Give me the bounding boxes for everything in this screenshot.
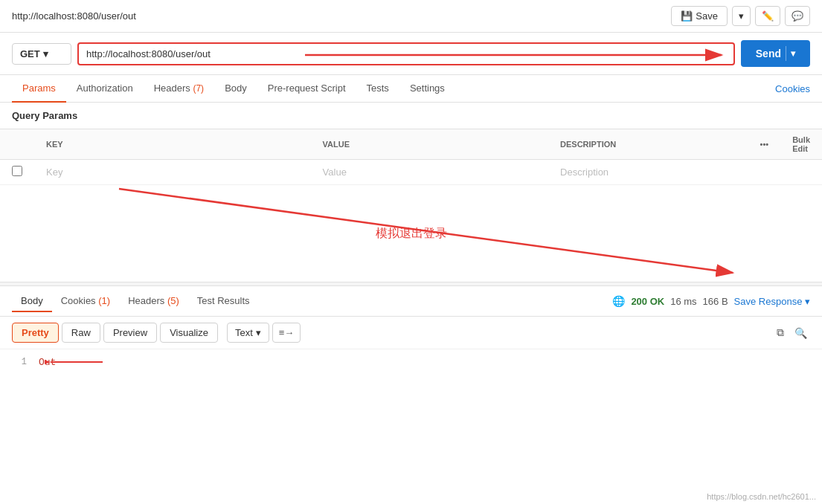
row-value-cell[interactable]: Value — [311, 160, 548, 185]
col-bulk-edit[interactable]: Bulk Edit — [780, 129, 822, 160]
request-tabs: Params Authorization Headers (7) Body Pr… — [0, 75, 822, 103]
resp-tab-headers[interactable]: Headers (5) — [119, 291, 188, 312]
text-selector-chevron-icon: ▾ — [256, 327, 261, 338]
desc-placeholder: Description — [560, 167, 609, 178]
line-number-1: 1 — [12, 357, 27, 367]
tab-tests[interactable]: Tests — [356, 75, 399, 103]
headers-badge: (7) — [193, 83, 204, 94]
watermark: https://blog.csdn.net/hc2601... — [707, 492, 816, 501]
middle-area: 模拟退出登录 — [0, 185, 822, 282]
row-key-cell[interactable]: Key — [34, 160, 311, 185]
cookies-link[interactable]: Cookies — [775, 83, 810, 94]
send-label: Send — [756, 48, 781, 59]
col-description: DESCRIPTION — [548, 129, 748, 160]
top-bar-url: http://localhost:8080/user/out — [12, 10, 136, 22]
globe-icon: 🌐 — [612, 295, 625, 307]
resp-tab-test-results[interactable]: Test Results — [188, 291, 259, 312]
query-params-label: Query Params — [0, 103, 822, 129]
method-label: GET — [20, 48, 40, 59]
response-right-icons: ⧉ 🔍 — [774, 323, 810, 342]
method-selector[interactable]: GET ▾ — [12, 43, 71, 65]
row-more-cell — [748, 160, 781, 185]
tab-body[interactable]: Body — [214, 75, 257, 103]
row-checkbox[interactable] — [0, 160, 34, 185]
key-placeholder: Key — [46, 167, 62, 178]
format-raw-button[interactable]: Raw — [62, 323, 100, 343]
resp-tab-body[interactable]: Body — [12, 291, 52, 312]
tab-headers[interactable]: Headers (7) — [144, 75, 214, 103]
format-pretty-button[interactable]: Pretty — [12, 323, 59, 343]
tab-settings[interactable]: Settings — [399, 75, 455, 103]
table-row: Key Value Description — [0, 160, 822, 185]
response-body: 1 Out — [0, 349, 822, 375]
cookies-resp-badge: (1) — [98, 295, 110, 306]
save-icon: 💾 — [681, 10, 693, 22]
url-bar: GET ▾ Send ▾ — [0, 33, 822, 75]
save-label: Save — [696, 10, 718, 22]
resp-tab-cookies[interactable]: Cookies (1) — [52, 291, 119, 312]
method-chevron-icon: ▾ — [43, 48, 48, 59]
headers-resp-badge: (5) — [167, 295, 179, 306]
search-icon-button[interactable]: 🔍 — [792, 323, 810, 342]
text-type-selector[interactable]: Text ▾ — [227, 323, 269, 343]
format-visualize-button[interactable]: Visualize — [160, 323, 218, 343]
response-status: 🌐 200 OK 16 ms 166 B Save Response ▾ — [612, 295, 810, 307]
top-bar-actions: 💾 Save ▾ ✏️ 💬 — [671, 6, 810, 26]
row-bulk-cell — [780, 160, 822, 185]
line-numbers: 1 — [12, 357, 27, 368]
top-bar: http://localhost:8080/user/out 💾 Save ▾ … — [0, 0, 822, 33]
tab-pre-request[interactable]: Pre-request Script — [257, 75, 356, 103]
params-table: KEY VALUE DESCRIPTION ••• Bulk Edit Key … — [0, 129, 822, 185]
annotation-text: 模拟退出登录 — [376, 226, 447, 242]
value-placeholder: Value — [323, 167, 347, 178]
send-chevron-icon: ▾ — [791, 48, 795, 59]
comment-icon-button[interactable]: 💬 — [785, 6, 810, 26]
response-tabs: Body Cookies (1) Headers (5) Test Result… — [0, 286, 822, 317]
col-checkbox — [0, 129, 34, 160]
tab-authorization[interactable]: Authorization — [66, 75, 144, 103]
status-time: 16 ms — [670, 296, 696, 307]
out-value: Out — [39, 357, 56, 368]
response-content: Out — [39, 357, 56, 368]
status-ok: 200 OK — [631, 296, 664, 307]
edit-icon-button[interactable]: ✏️ — [755, 6, 780, 26]
send-button[interactable]: Send ▾ — [741, 40, 810, 67]
wrap-button[interactable]: ≡→ — [272, 323, 301, 343]
url-input[interactable] — [77, 42, 735, 65]
save-response-button[interactable]: Save Response ▾ — [734, 296, 810, 307]
copy-icon-button[interactable]: ⧉ — [774, 323, 787, 342]
status-size: 166 B — [703, 296, 728, 307]
tab-params[interactable]: Params — [12, 75, 66, 103]
col-key: KEY — [34, 129, 311, 160]
row-desc-cell[interactable]: Description — [548, 160, 748, 185]
col-more: ••• — [748, 129, 781, 160]
format-preview-button[interactable]: Preview — [103, 323, 157, 343]
save-dropdown-button[interactable]: ▾ — [732, 6, 751, 26]
col-value: VALUE — [311, 129, 548, 160]
save-button[interactable]: 💾 Save — [671, 6, 728, 26]
response-toolbar: Pretty Raw Preview Visualize Text ▾ ≡→ ⧉… — [0, 317, 822, 349]
